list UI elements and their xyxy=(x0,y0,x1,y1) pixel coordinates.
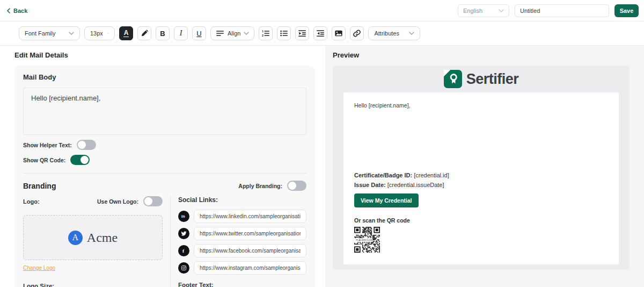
show-qr-code-toggle[interactable] xyxy=(70,155,90,165)
social-row-instagram xyxy=(178,261,306,275)
italic-icon: I xyxy=(180,29,182,38)
footer-text-label: Footer Text: xyxy=(178,282,306,287)
bullet-list-icon xyxy=(280,29,288,38)
logo-preview-box: A Acme xyxy=(23,215,163,260)
title-input[interactable] xyxy=(515,4,609,17)
insert-link-button[interactable] xyxy=(350,26,364,40)
align-select[interactable]: Align xyxy=(210,26,254,40)
chevron-down-icon xyxy=(409,32,414,35)
acme-logo-icon: A xyxy=(68,231,83,245)
apply-branding-toggle[interactable] xyxy=(287,181,306,191)
edit-mail-heading: Edit Mail Details xyxy=(14,51,325,59)
attributes-value: Attributes xyxy=(374,30,399,37)
italic-button[interactable]: I xyxy=(174,26,188,40)
sertifier-brand-name: Sertifier xyxy=(466,71,519,88)
linkedin-icon: in xyxy=(178,211,189,222)
linkedin-url-input[interactable] xyxy=(194,210,306,223)
facebook-icon: f xyxy=(178,245,189,256)
toggle-knob xyxy=(144,197,152,205)
logo-label: Logo: xyxy=(23,198,40,205)
highlighter-icon xyxy=(140,29,149,38)
back-label: Back xyxy=(13,8,27,14)
outdent-button[interactable] xyxy=(313,26,327,40)
svg-text:f: f xyxy=(182,248,185,254)
font-family-select[interactable]: Font Family xyxy=(19,26,80,40)
chevron-down-icon xyxy=(499,9,504,12)
show-qr-code-label: Show QR Code: xyxy=(23,157,65,163)
top-bar: Back English Save xyxy=(0,0,644,21)
underline-button[interactable]: U xyxy=(192,26,206,40)
column-divider xyxy=(170,196,171,287)
edit-mail-section: Edit Mail Details Mail Body Hello [recip… xyxy=(0,46,325,287)
bullet-list-button[interactable] xyxy=(277,26,291,40)
preview-section: Preview Sertifier Hello [recipient.name]… xyxy=(325,46,644,287)
indent-increase-icon xyxy=(298,29,306,38)
preview-greeting: Hello [recipient.name], xyxy=(354,102,608,109)
social-row-facebook: f xyxy=(178,244,306,257)
bold-icon: B xyxy=(160,30,165,38)
email-preview-body: Hello [recipient.name], Certificate/Badg… xyxy=(343,92,619,264)
indent-decrease-icon xyxy=(316,29,325,38)
font-size-select[interactable]: 13px xyxy=(84,26,115,40)
twitter-url-input[interactable] xyxy=(194,227,306,240)
font-color-icon: A xyxy=(123,30,129,37)
qr-code-image: PLACEHOLDER xyxy=(354,227,380,253)
insert-image-button[interactable] xyxy=(332,26,346,40)
instagram-icon xyxy=(178,262,189,274)
editor-toolbar: Font Family 13px A B I U xyxy=(0,21,644,46)
credential-id-label: Certificate/Badge ID: xyxy=(354,172,412,178)
social-row-linkedin: in xyxy=(178,210,306,223)
language-value: English xyxy=(463,8,482,14)
svg-text:in: in xyxy=(181,214,185,219)
use-own-logo-toggle[interactable] xyxy=(143,196,163,206)
view-credential-button[interactable]: View My Credential xyxy=(354,193,419,207)
chevron-left-icon xyxy=(6,8,11,13)
instagram-url-input[interactable] xyxy=(194,261,306,275)
issue-date-value: [credential.issueDate] xyxy=(387,182,444,188)
card-divider xyxy=(23,173,306,174)
toggle-knob xyxy=(288,182,296,190)
mail-body-editor[interactable]: Hello [recipient.name], xyxy=(23,88,306,135)
credential-id-value: [credential.id] xyxy=(414,172,449,178)
underline-icon: U xyxy=(196,30,201,38)
image-icon xyxy=(334,29,343,38)
font-color-button[interactable]: A xyxy=(119,26,133,40)
apply-branding-label: Apply Branding: xyxy=(238,183,282,189)
attributes-select[interactable]: Attributes xyxy=(368,26,420,40)
font-family-value: Font Family xyxy=(25,30,55,37)
logo-size-label: Logo Size: xyxy=(23,283,163,287)
twitter-icon xyxy=(178,228,189,239)
align-label: Align xyxy=(228,30,240,37)
issue-date-label: Issue Date: xyxy=(354,182,386,188)
show-helper-text-label: Show Helper Text: xyxy=(23,142,72,148)
save-button[interactable]: Save xyxy=(614,4,639,17)
indent-button[interactable] xyxy=(295,26,309,40)
show-helper-text-toggle[interactable] xyxy=(77,140,96,150)
highlight-button[interactable] xyxy=(137,26,151,40)
edit-mail-card: Mail Body Hello [recipient.name], Show H… xyxy=(14,66,315,287)
svg-text:1: 1 xyxy=(262,30,264,33)
mail-body-label: Mail Body xyxy=(23,73,306,81)
align-left-icon xyxy=(216,29,224,38)
chevron-down-icon xyxy=(244,32,249,35)
bold-button[interactable]: B xyxy=(156,26,170,40)
font-size-value: 13px xyxy=(90,30,103,37)
social-links-label: Social Links: xyxy=(178,196,306,204)
qr-caption: Or scan the QR code xyxy=(354,217,608,224)
social-row-twitter xyxy=(178,227,306,240)
acme-logo-name: Acme xyxy=(87,231,118,245)
chevron-down-icon xyxy=(107,32,109,35)
back-button[interactable]: Back xyxy=(6,8,27,14)
language-select[interactable]: English xyxy=(458,4,509,17)
link-icon xyxy=(353,29,361,38)
change-logo-link[interactable]: Change Logo xyxy=(23,265,55,271)
ordered-list-button[interactable]: 1 2 xyxy=(259,26,273,40)
toggle-knob xyxy=(78,141,86,149)
qr-placeholder-text: PLACEHOLDER xyxy=(356,239,374,241)
sertifier-brand: Sertifier xyxy=(343,66,619,92)
toggle-knob xyxy=(80,156,89,164)
preview-card: Sertifier Hello [recipient.name], Certif… xyxy=(333,66,630,270)
ordered-list-icon: 1 2 xyxy=(261,29,270,38)
facebook-url-input[interactable] xyxy=(194,244,306,257)
sertifier-logo-icon xyxy=(444,70,462,88)
